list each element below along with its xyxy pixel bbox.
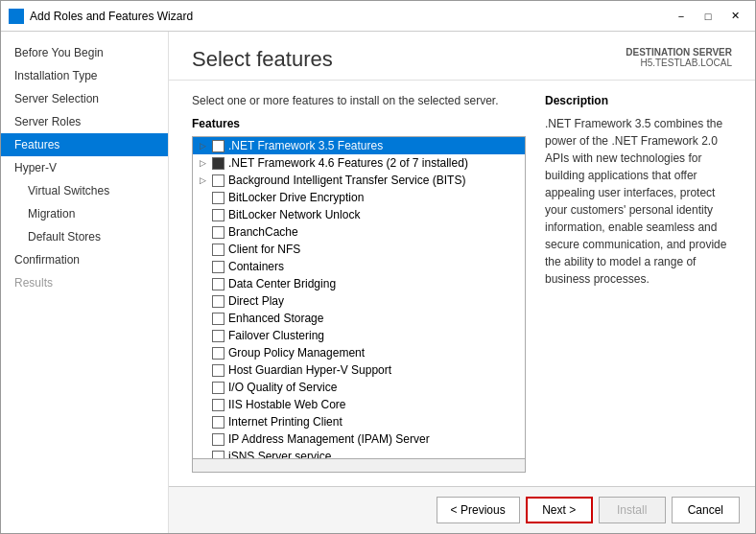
- sidebar-item-hyper-v[interactable]: Hyper-V: [1, 156, 168, 179]
- feature-direct-play[interactable]: ▷ Direct Play: [193, 292, 525, 310]
- feature-bitlocker-unlock[interactable]: ▷ BitLocker Network Unlock: [193, 206, 525, 223]
- feature-io-qos-label: I/O Quality of Service: [228, 381, 337, 394]
- sidebar-item-server-roles[interactable]: Server Roles: [1, 110, 168, 133]
- sidebar-item-installation-type[interactable]: Installation Type: [1, 64, 168, 87]
- install-button[interactable]: Install: [599, 497, 666, 523]
- titlebar: Add Roles and Features Wizard − □ ✕: [1, 1, 755, 32]
- checkbox-io-qos[interactable]: [212, 382, 224, 394]
- feature-containers[interactable]: ▷ Containers: [193, 258, 525, 275]
- sidebar-item-before-you-begin[interactable]: Before You Begin: [1, 41, 168, 64]
- checkbox-isns[interactable]: [212, 451, 224, 459]
- checkbox-net46[interactable]: [212, 157, 224, 170]
- window-controls: − □ ✕: [669, 7, 747, 26]
- next-button[interactable]: Next >: [526, 497, 593, 523]
- feature-branchcache[interactable]: ▷ BranchCache: [193, 223, 525, 241]
- sidebar-item-server-selection[interactable]: Server Selection: [1, 87, 168, 110]
- feature-bits-label: Background Intelligent Transfer Service …: [228, 174, 465, 187]
- server-label: DESTINATION SERVER: [626, 47, 732, 58]
- feature-group-policy[interactable]: ▷ Group Policy Management: [193, 344, 525, 361]
- feature-client-nfs[interactable]: ▷ Client for NFS: [193, 241, 525, 258]
- feature-host-guardian[interactable]: ▷ Host Guardian Hyper-V Support: [193, 361, 525, 379]
- feature-data-center-bridging[interactable]: ▷ Data Center Bridging: [193, 275, 525, 292]
- feature-isns-label: iSNS Server service: [228, 450, 331, 458]
- feature-host-guardian-label: Host Guardian Hyper-V Support: [228, 363, 391, 377]
- feature-group-policy-label: Group Policy Management: [228, 346, 365, 360]
- feature-ipam-label: IP Address Management (IPAM) Server: [228, 432, 430, 446]
- feature-failover-clustering-label: Failover Clustering: [228, 329, 324, 342]
- checkbox-internet-printing[interactable]: [212, 416, 224, 429]
- description-text: .NET Framework 3.5 combines the power of…: [545, 115, 732, 288]
- svg-rect-2: [11, 17, 15, 22]
- checkbox-bitlocker-unlock[interactable]: [212, 209, 224, 221]
- minimize-button[interactable]: −: [669, 7, 694, 26]
- checkbox-bits[interactable]: [212, 174, 224, 187]
- feature-bits[interactable]: ▷ Background Intelligent Transfer Servic…: [193, 172, 525, 189]
- page-header: Select features DESTINATION SERVER H5.TE…: [169, 32, 755, 81]
- sidebar-item-default-stores[interactable]: Default Stores: [1, 225, 168, 248]
- features-list-container: ▷ .NET Framework 3.5 Features ▷ .NET Fra…: [192, 136, 526, 473]
- close-button[interactable]: ✕: [722, 7, 747, 26]
- feature-client-nfs-label: Client for NFS: [228, 243, 300, 256]
- app-icon: [9, 9, 24, 24]
- instruction-text: Select one or more features to install o…: [192, 94, 526, 107]
- sidebar-item-confirmation[interactable]: Confirmation: [1, 248, 168, 271]
- horizontal-scrollbar[interactable]: [193, 458, 525, 472]
- checkbox-iis-hostable[interactable]: [212, 399, 224, 411]
- checkbox-bitlocker[interactable]: [212, 192, 224, 204]
- svg-rect-0: [11, 11, 15, 15]
- sidebar-item-virtual-switches[interactable]: Virtual Switches: [1, 179, 168, 202]
- page-title: Select features: [192, 47, 333, 72]
- svg-rect-3: [17, 17, 22, 22]
- checkbox-ipam[interactable]: [212, 433, 224, 446]
- checkbox-enhanced-storage[interactable]: [212, 313, 224, 325]
- wizard-window: Add Roles and Features Wizard − □ ✕ Befo…: [0, 0, 756, 534]
- feature-ipam[interactable]: ▷ IP Address Management (IPAM) Server: [193, 430, 525, 448]
- previous-button[interactable]: < Previous: [437, 497, 520, 523]
- feature-isns[interactable]: ▷ iSNS Server service: [193, 448, 525, 458]
- sidebar-item-features[interactable]: Features: [1, 133, 168, 156]
- expand-icon[interactable]: ▷: [197, 140, 208, 151]
- sidebar-item-migration[interactable]: Migration: [1, 202, 168, 225]
- feature-net46-label: .NET Framework 4.6 Features (2 of 7 inst…: [228, 156, 468, 170]
- expand-icon[interactable]: ▷: [197, 157, 208, 169]
- server-info: DESTINATION SERVER H5.TESTLAB.LOCAL: [626, 47, 732, 68]
- feature-failover-clustering[interactable]: ▷ Failover Clustering: [193, 327, 525, 344]
- checkbox-containers[interactable]: [212, 261, 224, 273]
- checkbox-branchcache[interactable]: [212, 226, 224, 239]
- features-section: Select one or more features to install o…: [192, 94, 526, 473]
- main-area: Select features DESTINATION SERVER H5.TE…: [169, 32, 755, 533]
- feature-data-center-bridging-label: Data Center Bridging: [228, 277, 336, 290]
- feature-containers-label: Containers: [228, 260, 284, 273]
- checkbox-host-guardian[interactable]: [212, 364, 224, 377]
- sidebar: Before You Begin Installation Type Serve…: [1, 32, 169, 533]
- checkbox-failover-clustering[interactable]: [212, 330, 224, 342]
- features-label: Features: [192, 117, 526, 130]
- description-label: Description: [545, 94, 732, 107]
- feature-internet-printing[interactable]: ▷ Internet Printing Client: [193, 413, 525, 430]
- description-section: Description .NET Framework 3.5 combines …: [545, 94, 732, 473]
- maximize-button[interactable]: □: [696, 7, 721, 26]
- feature-enhanced-storage[interactable]: ▷ Enhanced Storage: [193, 310, 525, 327]
- feature-net46[interactable]: ▷ .NET Framework 4.6 Features (2 of 7 in…: [193, 154, 525, 172]
- checkbox-client-nfs[interactable]: [212, 244, 224, 256]
- cancel-button[interactable]: Cancel: [672, 497, 740, 523]
- sidebar-item-results: Results: [1, 271, 168, 294]
- checkbox-direct-play[interactable]: [212, 295, 224, 308]
- feature-bitlocker[interactable]: ▷ BitLocker Drive Encryption: [193, 189, 525, 206]
- feature-branchcache-label: BranchCache: [228, 225, 298, 239]
- feature-net35[interactable]: ▷ .NET Framework 3.5 Features: [193, 137, 525, 154]
- checkbox-net35[interactable]: [212, 140, 224, 152]
- page-body: Select one or more features to install o…: [169, 81, 755, 486]
- feature-bitlocker-label: BitLocker Drive Encryption: [228, 191, 364, 204]
- feature-iis-hostable[interactable]: ▷ IIS Hostable Web Core: [193, 396, 525, 413]
- feature-internet-printing-label: Internet Printing Client: [228, 415, 343, 429]
- feature-io-qos[interactable]: ▷ I/O Quality of Service: [193, 379, 525, 396]
- wizard-content: Before You Begin Installation Type Serve…: [1, 32, 755, 533]
- features-list[interactable]: ▷ .NET Framework 3.5 Features ▷ .NET Fra…: [193, 137, 525, 458]
- expand-icon[interactable]: ▷: [197, 174, 208, 186]
- feature-iis-hostable-label: IIS Hostable Web Core: [228, 398, 346, 411]
- checkbox-group-policy[interactable]: [212, 347, 224, 360]
- feature-enhanced-storage-label: Enhanced Storage: [228, 312, 323, 325]
- checkbox-data-center-bridging[interactable]: [212, 278, 224, 290]
- feature-direct-play-label: Direct Play: [228, 294, 284, 308]
